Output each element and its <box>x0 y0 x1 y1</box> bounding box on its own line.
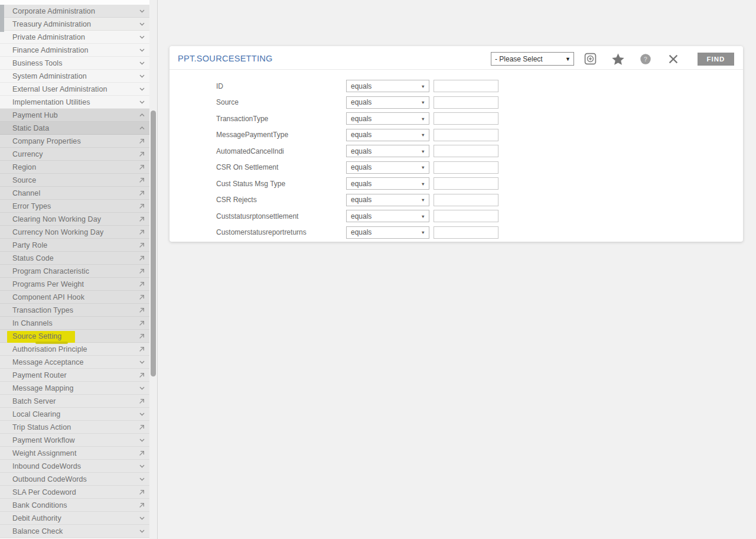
page-title: PPT.SOURCESETTING <box>178 53 273 63</box>
operator-select[interactable]: equals <box>346 112 429 125</box>
field-value-input[interactable] <box>434 80 498 92</box>
sidebar-item-payment-router[interactable]: Payment Router <box>0 369 149 382</box>
operator-select[interactable]: equals <box>346 194 429 206</box>
sidebar-item-clearing-non-working-day[interactable]: Clearing Non Working Day <box>0 213 149 226</box>
sidebar-item-weight-assignment[interactable]: Weight Assignment <box>0 447 149 460</box>
field-value-input[interactable] <box>434 145 498 157</box>
operator-select[interactable]: equals <box>346 210 429 222</box>
operator-select[interactable]: equals <box>346 145 429 157</box>
field-value-input[interactable] <box>434 129 498 141</box>
search-field-row-customerstatusreportreturns: Customerstatusreportreturns equals ▼ <box>170 226 743 239</box>
sidebar-item-private-administration[interactable]: Private Administration <box>0 31 149 44</box>
open-arrow-icon <box>138 320 145 327</box>
sidebar-item-label: Finance Administration <box>12 46 89 54</box>
sidebar-item-external-user-administration[interactable]: External User Administration <box>0 83 149 96</box>
sidebar-item-label: Party Role <box>12 241 47 249</box>
operator-select[interactable]: equals <box>346 161 429 174</box>
sidebar-item-corporate-administration[interactable]: Corporate Administration <box>0 5 149 18</box>
sidebar-item-status-code[interactable]: Status Code <box>0 252 149 265</box>
sidebar-item-label: Currency Non Working Day <box>12 228 103 236</box>
sidebar-item-balance-check[interactable]: Balance Check <box>0 525 149 538</box>
operator-select[interactable]: equals <box>346 177 429 190</box>
search-field-row-source: Source equals ▼ <box>170 96 743 109</box>
sidebar-item-label: Authorisation Principle <box>12 345 87 353</box>
preset-select-wrap: - Please Select ▼ <box>491 52 574 66</box>
sidebar-item-label: Implementation Utilities <box>12 98 90 106</box>
sidebar-item-programs-per-weight[interactable]: Programs Per Weight <box>0 278 149 291</box>
chevron-up-icon <box>139 125 145 131</box>
search-field-row-messagepaymenttype: MessagePaymentType equals ▼ <box>170 129 743 141</box>
open-arrow-icon <box>138 333 145 340</box>
sidebar-item-source[interactable]: Source <box>0 174 149 187</box>
help-button[interactable]: ? <box>639 53 652 66</box>
sidebar-item-local-clearing[interactable]: Local Clearing <box>0 408 149 421</box>
sidebar-item-bank-conditions[interactable]: Bank Conditions <box>0 499 149 512</box>
sidebar-item-system-administration[interactable]: System Administration <box>0 70 149 83</box>
favorite-button[interactable] <box>611 53 624 66</box>
operator-select[interactable]: equals <box>346 129 429 141</box>
star-icon <box>611 53 625 66</box>
operator-select[interactable]: equals <box>346 80 429 92</box>
sidebar-item-sla-per-codeword[interactable]: SLA Per Codeword <box>0 486 149 499</box>
field-value-input[interactable] <box>434 96 498 109</box>
sidebar-item-trip-status-action[interactable]: Trip Status Action <box>0 421 149 434</box>
sidebar-item-label: Status Code <box>12 254 54 262</box>
sidebar-item-outbound-codewords[interactable]: Outbound CodeWords <box>0 473 149 486</box>
operator-select[interactable]: equals <box>346 96 429 109</box>
add-icon <box>584 53 597 65</box>
operator-select-wrap: equals ▼ <box>346 145 429 157</box>
sidebar-item-source-setting[interactable]: Source Setting <box>0 330 149 343</box>
field-label: MessagePaymentType <box>170 131 346 139</box>
sidebar-item-company-properties[interactable]: Company Properties <box>0 135 149 148</box>
chevron-down-icon <box>139 99 145 105</box>
panel-toolbar: - Please Select ▼ ? FIND <box>491 50 734 66</box>
sidebar-item-payment-hub[interactable]: Payment Hub <box>0 109 149 122</box>
sidebar-item-implementation-utilities[interactable]: Implementation Utilities <box>0 96 149 109</box>
sidebar-item-message-mapping[interactable]: Message Mapping <box>0 382 149 395</box>
sidebar-item-inbound-codewords[interactable]: Inbound CodeWords <box>0 460 149 473</box>
sidebar-item-currency-non-working-day[interactable]: Currency Non Working Day <box>0 226 149 239</box>
sidebar-item-region[interactable]: Region <box>0 161 149 174</box>
field-value-input[interactable] <box>434 210 498 222</box>
sidebar-item-debit-authority[interactable]: Debit Authority <box>0 512 149 525</box>
sidebar-scrollbar-track <box>149 0 157 539</box>
field-value-input[interactable] <box>434 226 498 239</box>
sidebar-item-payment-workflow[interactable]: Payment Workflow <box>0 434 149 447</box>
preset-select[interactable]: - Please Select <box>491 52 574 66</box>
sidebar-item-business-tools[interactable]: Business Tools <box>0 57 149 70</box>
find-button[interactable]: FIND <box>698 53 734 66</box>
sidebar-item-treasury-administration[interactable]: Treasury Administration <box>0 18 149 31</box>
sidebar-item-batch-server[interactable]: Batch Server <box>0 395 149 408</box>
sidebar-scrollbar-thumb[interactable] <box>151 111 156 376</box>
field-value-input[interactable] <box>434 177 498 190</box>
sidebar-item-program-characteristic[interactable]: Program Characteristic <box>0 265 149 278</box>
sidebar-item-label: Programs Per Weight <box>12 280 84 288</box>
add-button[interactable] <box>584 53 597 66</box>
sidebar-item-error-types[interactable]: Error Types <box>0 200 149 213</box>
operator-select-wrap: equals ▼ <box>346 112 429 125</box>
sidebar-item-channel[interactable]: Channel <box>0 187 149 200</box>
sidebar-item-authorisation-principle[interactable]: Authorisation Principle <box>0 343 149 356</box>
operator-select[interactable]: equals <box>346 226 429 239</box>
sidebar-item-transaction-types[interactable]: Transaction Types <box>0 304 149 317</box>
close-icon <box>667 53 679 65</box>
sidebar-item-message-acceptance[interactable]: Message Acceptance <box>0 356 149 369</box>
field-value-input[interactable] <box>434 161 498 174</box>
field-value-input[interactable] <box>434 194 498 206</box>
sidebar-item-component-api-hook[interactable]: Component API Hook <box>0 291 149 304</box>
field-value-input[interactable] <box>434 112 498 125</box>
sidebar-item-finance-administration[interactable]: Finance Administration <box>0 44 149 57</box>
search-field-row-csr-rejects: CSR Rejects equals ▼ <box>170 194 743 206</box>
close-button[interactable] <box>667 53 680 66</box>
sidebar-item-label: Static Data <box>12 124 49 132</box>
sidebar-item-currency[interactable]: Currency <box>0 148 149 161</box>
search-field-row-id: ID equals ▼ <box>170 80 743 92</box>
sidebar-item-static-data[interactable]: Static Data <box>0 122 149 135</box>
sidebar-item-in-channels[interactable]: In Channels <box>0 317 149 330</box>
open-arrow-icon <box>138 255 145 262</box>
sidebar-item-party-role[interactable]: Party Role <box>0 239 149 252</box>
open-arrow-icon <box>138 281 145 288</box>
sidebar-item-label: Message Mapping <box>12 384 74 392</box>
sidebar-item-label: Payment Hub <box>12 111 58 119</box>
svg-text:?: ? <box>644 55 647 62</box>
